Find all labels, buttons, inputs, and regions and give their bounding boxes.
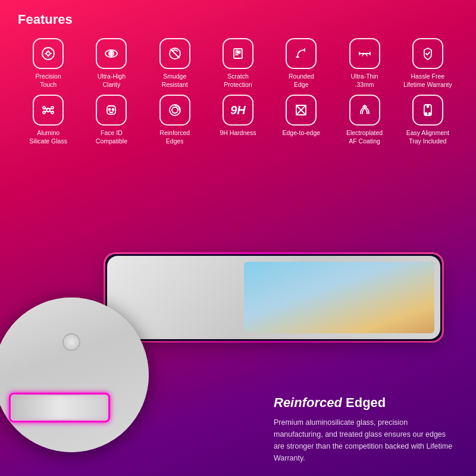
svg-point-34 xyxy=(425,113,427,115)
phone-main xyxy=(107,256,440,339)
face-id-label: Face IDCompatible xyxy=(96,129,127,145)
electroplated-icon xyxy=(349,95,380,126)
feature-scratch-protection: ScratchProtection xyxy=(208,38,268,89)
info-box: Reinforced Edged Premium aluminosilicate… xyxy=(274,395,458,464)
main-container: Features PrecisionTouch Ultra-HighClarit… xyxy=(0,0,476,476)
scratch-protection-label: ScratchProtection xyxy=(224,73,252,89)
precision-touch-icon xyxy=(33,38,64,69)
feature-rounded-edge: RoundedEdge xyxy=(271,38,331,89)
bottom-section: Reinforced Edged Premium aluminosilicate… xyxy=(0,226,476,476)
phone-screen xyxy=(244,262,434,333)
ultra-thin-icon xyxy=(349,38,380,69)
circle-home-button xyxy=(62,333,80,351)
smudge-resistant-label: SmudgeResistant xyxy=(162,73,188,89)
reinforced-edges-icon xyxy=(159,95,190,126)
features-grid-row2: AluminoSilicate Glass Face IDCompatible … xyxy=(18,95,458,145)
feature-ultra-thin: Ultra-Thin.33mm xyxy=(334,38,394,89)
svg-point-24 xyxy=(109,109,111,111)
rounded-edge-icon xyxy=(286,38,317,69)
alumino-silicate-label: AluminoSilicate Glass xyxy=(29,129,67,145)
ultra-high-clarity-icon xyxy=(96,38,127,69)
features-grid-row1: PrecisionTouch Ultra-HighClarity SmudgeR… xyxy=(18,38,458,89)
feature-precision-touch: PrecisionTouch xyxy=(18,38,79,89)
circle-edge-glow xyxy=(9,393,110,422)
feature-electroplated: ElectroplatedAF Coating xyxy=(334,95,394,145)
circle-magnify xyxy=(0,298,149,452)
hassle-free-icon xyxy=(412,38,443,69)
svg-point-0 xyxy=(42,48,54,60)
rounded-edge-label: RoundedEdge xyxy=(289,73,314,89)
edge-to-edge-icon xyxy=(286,95,317,126)
feature-easy-alignment: Easy AlignmentTray Included xyxy=(397,95,458,145)
reinforced-edged-title: Reinforced Edged xyxy=(274,395,458,411)
easy-alignment-icon xyxy=(412,95,443,126)
alumino-silicate-icon xyxy=(33,95,64,126)
edge-to-edge-label: Edge-to-edge xyxy=(282,129,320,137)
feature-9h-hardness: 9H 9H Hardness xyxy=(208,95,268,145)
feature-edge-to-edge: Edge-to-edge xyxy=(271,95,331,145)
face-id-icon xyxy=(96,95,127,126)
features-title: Features xyxy=(18,12,458,27)
feature-alumino-silicate: AluminoSilicate Glass xyxy=(18,95,79,145)
svg-point-25 xyxy=(112,109,114,111)
circle-inner xyxy=(0,298,149,452)
electroplated-label: ElectroplatedAF Coating xyxy=(346,129,383,145)
features-section: Features PrecisionTouch Ultra-HighClarit… xyxy=(0,0,476,158)
title-normal: Edged xyxy=(342,395,386,410)
svg-line-6 xyxy=(171,49,179,58)
phone-screen-inner xyxy=(244,262,434,333)
smudge-resistant-icon xyxy=(159,38,190,69)
9h-text: 9H xyxy=(230,104,246,117)
feature-face-id: Face IDCompatible xyxy=(81,95,142,145)
scratch-protection-icon xyxy=(223,38,253,69)
svg-point-35 xyxy=(428,113,430,115)
hassle-free-label: Hassle FreeLifetime Warranty xyxy=(403,73,452,89)
svg-point-33 xyxy=(427,106,428,108)
feature-ultra-high-clarity: Ultra-HighClarity xyxy=(81,38,142,89)
precision-touch-label: PrecisionTouch xyxy=(36,73,61,89)
feature-hassle-free: Hassle FreeLifetime Warranty xyxy=(397,38,458,89)
reinforced-edged-body: Premium aluminosilicate glass, precision… xyxy=(274,416,458,464)
ultra-thin-label: Ultra-Thin.33mm xyxy=(351,73,378,89)
title-bold: Reinforced xyxy=(274,395,342,410)
reinforced-edges-label: ReinforcedEdges xyxy=(159,129,190,145)
9h-hardness-icon: 9H xyxy=(223,95,253,126)
ultra-high-clarity-label: Ultra-HighClarity xyxy=(98,73,126,89)
svg-rect-7 xyxy=(234,49,242,58)
feature-reinforced-edges: ReinforcedEdges xyxy=(145,95,205,145)
svg-point-4 xyxy=(110,52,112,55)
feature-smudge-resistant: SmudgeResistant xyxy=(145,38,205,89)
9h-hardness-label: 9H Hardness xyxy=(220,129,256,137)
easy-alignment-label: Easy AlignmentTray Included xyxy=(406,129,449,145)
svg-point-26 xyxy=(170,105,180,115)
